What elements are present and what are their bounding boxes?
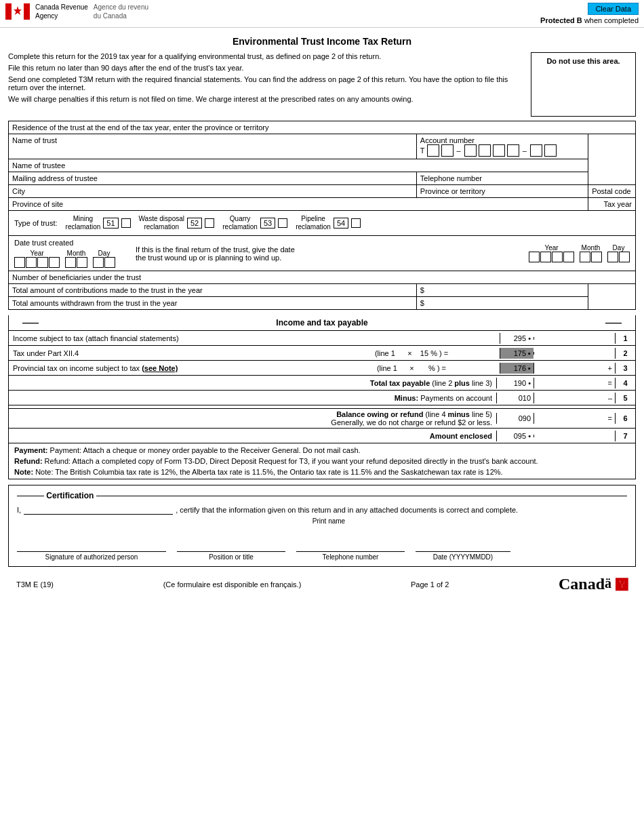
account-number-area: T – – xyxy=(420,144,584,157)
income-label-5: Minus: Payments on account xyxy=(9,393,496,403)
name-of-trust-cell: Name of trust xyxy=(9,134,417,159)
name-of-trust-label: Name of trust xyxy=(12,136,57,144)
income-row-1: Income subject to tax (attach financial … xyxy=(9,331,635,346)
acct-box-8[interactable] xyxy=(544,144,557,157)
name-trust-row: Name of trust Account number T – – xyxy=(9,134,636,159)
income-input-5[interactable]: – xyxy=(534,393,615,403)
wind-up-date-group: Year Month xyxy=(529,244,630,262)
refund-text: Refund: Attach a completed copy of Form … xyxy=(45,457,538,465)
income-section: —— Income and tax payable —— Income subj… xyxy=(8,315,636,479)
income-code-3: 176 ▪ xyxy=(500,363,534,374)
wu-year-group: Year xyxy=(529,244,574,262)
sig-position-label: Position or title xyxy=(209,553,254,561)
sig-authorized-label: Signature of authorized person xyxy=(45,553,138,561)
telephone-cell: Telephone number xyxy=(416,172,588,185)
do-not-use-box: Do not use this area. xyxy=(531,52,636,117)
wu-year-box-2[interactable] xyxy=(540,252,551,262)
cert-i-prefix: I, xyxy=(17,506,21,514)
income-input-3[interactable]: + xyxy=(534,363,615,374)
sig-telephone-line[interactable] xyxy=(296,538,405,552)
province-site-row: Province of site Tax year xyxy=(9,198,636,211)
cra-name: Canada Revenue Agency xyxy=(35,3,88,20)
canada-flag-small-icon: 🆈 xyxy=(616,578,628,592)
wu-year-box-3[interactable] xyxy=(552,252,563,262)
name-of-trustee-cell: Name of trustee xyxy=(9,159,588,172)
income-linenum-7: 7 xyxy=(615,431,635,441)
pipeline-label: Pipeline reclamation xyxy=(296,215,331,231)
pipeline-checkbox[interactable] xyxy=(351,218,361,228)
logo-area: Canada Revenue Agency Agence du revenu d… xyxy=(5,3,148,20)
cert-line1: I, , certify that the information given … xyxy=(17,506,627,515)
day-box-1[interactable] xyxy=(93,257,104,268)
income-input-7[interactable] xyxy=(534,435,615,437)
year-box-3[interactable] xyxy=(37,257,48,268)
contributions-row: Total amount of contributions made to th… xyxy=(9,284,636,297)
wu-month-box-2[interactable] xyxy=(591,252,602,262)
acct-box-5[interactable] xyxy=(493,144,505,157)
clear-data-button[interactable]: Clear Data xyxy=(588,3,639,15)
wu-day-boxes xyxy=(607,252,630,262)
sig-date-line[interactable] xyxy=(416,538,510,552)
month-label: Month xyxy=(67,250,86,257)
cert-header: Certification xyxy=(17,491,627,500)
acct-box-3[interactable] xyxy=(464,144,477,157)
cert-suffix: , certify that the information given on … xyxy=(176,506,518,514)
dash-sep-1: – xyxy=(456,146,462,155)
income-input-6[interactable]: = xyxy=(534,413,615,424)
month-box-1[interactable] xyxy=(65,257,76,268)
wu-year-box-1[interactable] xyxy=(529,252,540,262)
month-box-2[interactable] xyxy=(77,257,87,268)
day-boxes xyxy=(93,257,115,268)
date-created-row: Date trust created Year xyxy=(9,236,636,271)
income-section-header: —— Income and tax payable —— xyxy=(9,315,635,331)
acct-box-6[interactable] xyxy=(507,144,519,157)
top-right-area: Clear Data Protected B when completed xyxy=(540,3,639,24)
intro-p3: Send one completed T3M return with the r… xyxy=(8,75,525,92)
mining-checkbox[interactable] xyxy=(121,218,131,228)
day-box-2[interactable] xyxy=(104,257,115,268)
date-created-cell: Date trust created Year xyxy=(9,236,636,271)
mailing-address-cell: Mailing address of trustee xyxy=(9,172,417,185)
postal-code-cell: Postal code xyxy=(588,185,636,198)
payment-refund-notes: Payment: Payment: Attach a cheque or mon… xyxy=(9,443,635,479)
city-row: City Province or territory Postal code xyxy=(9,185,636,198)
income-code-4: 190 • xyxy=(496,378,534,389)
trust-type-group: Type of trust: Mining reclamation 51 Was… xyxy=(14,215,630,231)
waste-checkbox[interactable] xyxy=(205,218,214,228)
wu-month-box-1[interactable] xyxy=(580,252,590,262)
top-bar: Canada Revenue Agency Agence du revenu d… xyxy=(0,0,644,28)
acct-box-2[interactable] xyxy=(441,144,454,157)
date-created-left: Date trust created Year xyxy=(14,239,115,268)
year-box-4[interactable] xyxy=(49,257,60,268)
withdrawals-label: Total amounts withdrawn from the trust i… xyxy=(12,299,177,307)
sig-position-line[interactable] xyxy=(177,538,285,552)
month-group: Month xyxy=(65,250,87,268)
year-box-1[interactable] xyxy=(14,257,25,268)
name-trustee-row: Name of trustee xyxy=(9,159,636,172)
withdrawals-cell: Total amounts withdrawn from the trust i… xyxy=(9,297,417,310)
quarry-label: Quarry reclamation xyxy=(222,215,258,231)
income-input-4[interactable]: = xyxy=(534,378,615,389)
beneficiaries-row: Number of beneficiaries under the trust xyxy=(9,271,636,284)
province-territory-cell: Province or territory xyxy=(416,185,588,198)
acct-box-4[interactable] xyxy=(479,144,491,157)
income-mid-2: (line 1 × 15 % ) = xyxy=(323,348,500,359)
year-box-2[interactable] xyxy=(26,257,37,268)
wu-year-box-4[interactable] xyxy=(563,252,574,262)
postal-code-label: Postal code xyxy=(592,187,630,195)
beneficiaries-label: Number of beneficiaries under the trust xyxy=(12,273,141,281)
acct-box-1[interactable] xyxy=(427,144,439,157)
acct-box-7[interactable] xyxy=(530,144,542,157)
mining-type: Mining reclamation 51 xyxy=(66,215,131,231)
income-input-1[interactable] xyxy=(534,337,615,340)
income-label-3: Provincial tax on income subject to tax … xyxy=(9,363,323,374)
sig-authorized-line[interactable] xyxy=(17,538,166,552)
year-boxes xyxy=(14,257,60,268)
cert-print-name-field[interactable] xyxy=(24,506,173,515)
final-return-text: If this is the final return of the trust… xyxy=(129,245,515,262)
quarry-checkbox[interactable] xyxy=(278,218,287,228)
wu-day-box-2[interactable] xyxy=(619,252,630,262)
province-territory-label: Province or territory xyxy=(420,187,485,195)
wu-day-box-1[interactable] xyxy=(607,252,618,262)
income-input-2[interactable] xyxy=(534,352,615,355)
